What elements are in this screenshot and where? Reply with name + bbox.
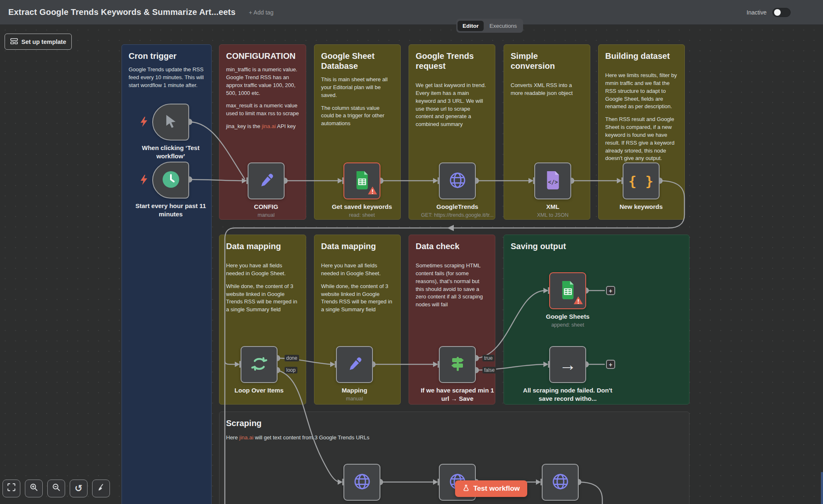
tab-executions[interactable]: Executions — [485, 21, 522, 31]
canvas[interactable]: Cron trigger Google Trends update the RS… — [0, 25, 823, 504]
node-xml[interactable]: </> XMLXML to JSON — [534, 162, 571, 199]
note-body: The column status value could be a trigg… — [321, 104, 394, 128]
add-node-button[interactable]: + — [606, 286, 615, 295]
node-sublabel: manual — [313, 396, 396, 402]
node-new-keywords[interactable]: { } New keywords — [623, 162, 660, 199]
node-label: When clicking ‘Test workflow’ — [134, 144, 208, 160]
note-title: Data mapping — [226, 241, 299, 251]
add-tag-button[interactable]: + Add tag — [249, 9, 274, 16]
test-workflow-label: Test workflow — [473, 485, 520, 493]
jina-ai-link[interactable]: jina.ai — [262, 123, 276, 129]
fit-view-button[interactable] — [2, 480, 20, 497]
note-body: While done, the content of 3 website lin… — [321, 283, 394, 314]
node-box[interactable] — [439, 346, 476, 383]
node-sublabel: append: sheet — [526, 322, 609, 328]
port-label-false: false — [482, 367, 496, 373]
node-sublabel: manual — [225, 212, 308, 218]
node-box[interactable] — [439, 162, 476, 199]
node-box[interactable] — [542, 464, 579, 501]
note-body: Here jina.ai will get text content from … — [226, 434, 682, 442]
node-google-sheets[interactable]: Google Sheetsappend: sheet — [549, 272, 586, 309]
note-body: Here we limits results, filter by mmin t… — [605, 72, 678, 111]
note-body: max_result is a numeric value used to li… — [226, 102, 299, 118]
note-title: Saving output — [511, 241, 682, 251]
activation-group: Inactive — [747, 8, 791, 17]
node-box[interactable] — [248, 162, 285, 199]
node-all-scraping-failed[interactable]: → All scraping node failed. Don't save r… — [549, 346, 586, 383]
node-loop-over-items[interactable]: Loop Over Items — [241, 346, 278, 383]
clock-icon — [162, 170, 180, 190]
arrow-right-icon: → — [559, 356, 577, 373]
braces-icon: { } — [628, 173, 654, 189]
note-title: Simple conversion — [511, 51, 583, 71]
node-label: All scraping node failed. Don't save rec… — [522, 386, 614, 402]
node-box[interactable] — [152, 104, 189, 141]
note-title: Scraping — [226, 418, 682, 428]
setup-template-label: Set up template — [22, 39, 66, 45]
node-sublabel: GET: https://trends.google.it/tr... — [410, 212, 505, 218]
signpost-icon — [449, 355, 466, 374]
node-label: Google Sheets — [526, 313, 609, 321]
node-http-scrape-3[interactable] — [542, 464, 579, 501]
node-mapping[interactable]: Mappingmanual — [336, 346, 373, 383]
setup-template-button[interactable]: Set up template — [5, 34, 72, 50]
add-node-button[interactable]: + — [606, 360, 615, 369]
test-workflow-button[interactable]: Test workflow — [455, 480, 527, 497]
workflow-active-toggle[interactable] — [772, 8, 791, 17]
node-get-saved-keywords[interactable]: Get saved keywordsread: sheet — [343, 162, 380, 199]
note-body: While done, the content of 3 website lin… — [226, 283, 299, 314]
warning-icon — [368, 186, 377, 196]
globe-icon — [353, 472, 371, 492]
port-label-true: true — [482, 355, 494, 361]
note-body: Then RSS result and Google Sheet is comp… — [605, 116, 678, 162]
node-label: CONFIG — [225, 203, 308, 211]
note-title: Google Trends request — [416, 51, 488, 71]
jina-ai-link[interactable]: jina.ai — [239, 434, 253, 441]
top-bar: Extract Google Trends Keywords & Summari… — [0, 0, 823, 25]
globe-icon — [448, 171, 467, 191]
node-box[interactable] — [336, 346, 373, 383]
node-google-trends[interactable]: GoogleTrendsGET: https://trends.google.i… — [439, 162, 476, 199]
note-body: We get last kwyword in trend. Every item… — [416, 82, 488, 128]
tidy-up-button[interactable] — [92, 480, 110, 497]
node-label: If we have scraped min 1 url → Save — [417, 386, 498, 402]
zoom-in-button[interactable] — [25, 480, 43, 497]
reset-zoom-button[interactable]: ↺ — [70, 480, 88, 497]
node-box[interactable] — [152, 162, 189, 199]
workflow-title[interactable]: Extract Google Trends Keywords & Summari… — [8, 7, 236, 17]
node-label: Start every hour past 11 minutes — [134, 202, 208, 218]
toggle-knob — [774, 9, 781, 16]
node-manual-trigger[interactable]: When clicking ‘Test workflow’ — [152, 104, 189, 141]
node-config[interactable]: CONFIGmanual — [248, 162, 285, 199]
trigger-bolt-icon — [140, 116, 148, 129]
zoom-out-button[interactable] — [47, 480, 65, 497]
note-text: will get text content from 3 Google Tren… — [253, 434, 370, 441]
note-body: Google Trends update the RSS feed every … — [129, 66, 205, 90]
loop-icon — [250, 356, 268, 374]
node-sublabel: read: sheet — [321, 212, 404, 218]
note-body: This is main sheet where all your Editor… — [321, 76, 394, 99]
note-title: Google Sheet Database — [321, 51, 394, 71]
note-body: Here you have all fields needed in Googl… — [226, 262, 299, 278]
node-box[interactable] — [343, 464, 380, 501]
node-if-check[interactable]: If we have scraped min 1 url → Save — [439, 346, 476, 383]
trigger-bolt-icon — [140, 174, 148, 187]
tab-editor[interactable]: Editor — [458, 21, 484, 31]
canvas-controls: ↺ — [2, 480, 110, 497]
warning-icon — [573, 296, 583, 306]
node-box[interactable] — [549, 272, 586, 309]
node-box[interactable]: </> — [534, 162, 571, 199]
node-box[interactable]: → — [549, 346, 586, 383]
node-label: Mapping — [313, 386, 396, 395]
node-box[interactable]: { } — [623, 162, 660, 199]
node-schedule-trigger[interactable]: Start every hour past 11 minutes — [152, 162, 189, 199]
tidy-up-icon — [97, 483, 105, 494]
node-box[interactable] — [241, 346, 278, 383]
note-body: jina_key is the jina.ai API key — [226, 123, 299, 131]
globe-icon — [551, 472, 570, 492]
flask-icon — [463, 484, 470, 494]
node-box[interactable] — [343, 162, 380, 199]
port-label-loop: loop — [285, 367, 297, 373]
node-http-scrape-1[interactable] — [343, 464, 380, 501]
zoom-out-icon — [52, 483, 61, 494]
